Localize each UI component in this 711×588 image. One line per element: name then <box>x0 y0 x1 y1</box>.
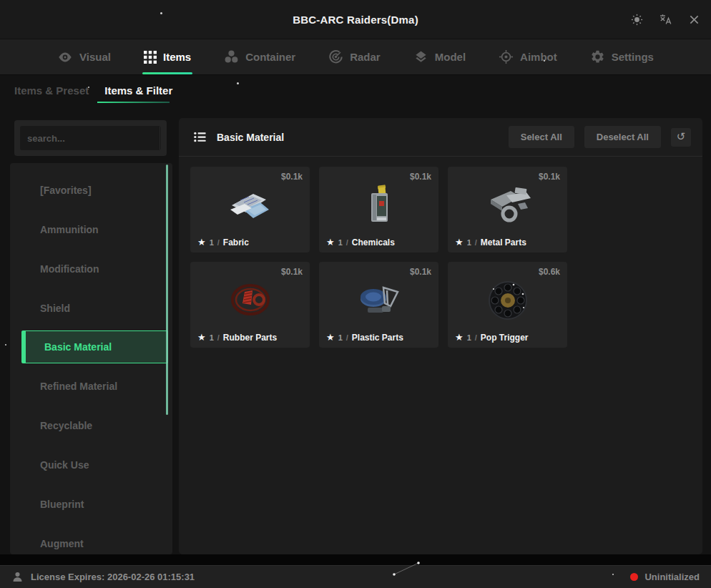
theme-toggle-button[interactable] <box>629 12 644 26</box>
sidebar-item-shield[interactable]: Shield <box>10 288 172 328</box>
titlebar: BBC-ARC Raiders(Dma) <box>0 0 711 39</box>
item-separator: / <box>346 238 348 247</box>
item-separator: / <box>217 238 220 247</box>
nav-tab-items[interactable]: Items <box>144 39 191 74</box>
panel-title: Basic Material <box>217 132 284 143</box>
item-name: Chemicals <box>352 237 395 248</box>
subtabs: Items & Preset Items & Filter <box>14 84 172 103</box>
star-icon[interactable]: ★ <box>326 332 335 343</box>
titlebar-actions <box>629 0 701 39</box>
item-card-chemicals[interactable]: $0.1k ★ 1 / Chemicals <box>319 167 438 253</box>
translate-icon <box>659 13 672 26</box>
sidebar-item-label: Refined Material <box>40 381 117 392</box>
crosshair-icon <box>499 49 514 64</box>
bottom-strip <box>0 554 711 565</box>
particle-dot <box>612 574 614 575</box>
language-button[interactable] <box>658 12 672 26</box>
sidebar-item-label: [Favorites] <box>40 185 92 196</box>
container-icon <box>224 49 239 64</box>
deselect-all-button[interactable]: Deselect All <box>584 126 661 148</box>
nav-tab-model[interactable]: Model <box>413 39 466 74</box>
subtab-items-preset[interactable]: Items & Preset <box>14 84 89 103</box>
item-price: $0.6k <box>539 267 560 277</box>
item-card-rubber-parts[interactable]: $0.1k ★ 1 / Rubber Parts <box>190 262 310 348</box>
item-count: 1 <box>210 238 214 247</box>
sidebar-item-augment[interactable]: Augment <box>10 524 172 554</box>
item-separator: / <box>217 333 220 342</box>
item-count: 1 <box>338 333 343 342</box>
undo-button[interactable]: ↺ <box>671 128 691 147</box>
sidebar-item-label: Blueprint <box>40 499 84 510</box>
star-icon[interactable]: ★ <box>197 237 206 248</box>
sidebar-item-refined-material[interactable]: Refined Material <box>10 366 172 406</box>
sidebar-item-ammunition[interactable]: Ammunition <box>10 210 172 249</box>
item-name: Metal Parts <box>481 237 526 248</box>
sidebar-item-label: Basic Material <box>44 341 112 353</box>
item-card-fabric[interactable]: $0.1k ★ 1 / Fabric <box>190 167 310 253</box>
item-price: $0.1k <box>410 267 431 277</box>
star-icon[interactable]: ★ <box>326 237 335 248</box>
item-price: $0.1k <box>281 172 303 182</box>
select-all-button[interactable]: Select All <box>509 126 574 148</box>
nav-tab-label: Items <box>163 51 191 63</box>
item-card-footer: ★ 1 / Fabric <box>197 237 249 248</box>
undo-icon: ↺ <box>677 132 686 142</box>
plastic-parts-image <box>319 276 438 322</box>
star-icon[interactable]: ★ <box>455 237 464 248</box>
item-card-pop-trigger[interactable]: $0.6k ★ 1 / Pop Trigger <box>448 262 567 348</box>
nav-tab-label: Settings <box>612 51 654 63</box>
star-icon[interactable]: ★ <box>455 332 464 343</box>
sidebar-item-favorites[interactable]: [Favorites] <box>10 170 172 210</box>
item-card-metal-parts[interactable]: $0.1k ★ 1 / Metal Parts <box>448 167 567 253</box>
sidebar-item-label: Recyclable <box>40 420 92 431</box>
item-card-footer: ★ 1 / Rubber Parts <box>197 332 277 343</box>
radar-icon <box>328 49 343 64</box>
header-actions: Select All Deselect All ↺ <box>509 126 691 148</box>
fabric-image <box>190 181 310 227</box>
search-button[interactable] <box>160 126 161 150</box>
sidebar-item-blueprint[interactable]: Blueprint <box>10 484 172 524</box>
sidebar-item-quick-use[interactable]: Quick Use <box>10 445 172 484</box>
search-container <box>14 120 167 156</box>
subtab-items-filter[interactable]: Items & Filter <box>104 84 172 103</box>
nav-tab-label: Aimbot <box>520 51 557 63</box>
item-card-footer: ★ 1 / Chemicals <box>326 237 395 248</box>
sidebar-item-recyclable[interactable]: Recyclable <box>10 406 172 445</box>
item-count: 1 <box>210 333 214 342</box>
rubber-parts-image <box>190 276 310 322</box>
nav-tab-visual[interactable]: Visual <box>57 39 111 74</box>
item-separator: / <box>346 333 348 342</box>
search-box <box>20 126 161 150</box>
list-icon <box>193 130 207 144</box>
nav-tab-radar[interactable]: Radar <box>328 39 381 74</box>
item-card-plastic-parts[interactable]: $0.1k ★ 1 / Plastic Parts <box>319 262 438 348</box>
sidebar-scrollbar[interactable] <box>166 165 168 415</box>
category-sidebar: [Favorites] Ammunition Modification Shie… <box>10 163 172 554</box>
nav-tab-settings[interactable]: Settings <box>590 39 654 74</box>
sidebar-item-basic-material[interactable]: Basic Material <box>21 330 168 363</box>
items-panel: Basic Material Select All Deselect All ↺… <box>179 118 702 554</box>
license-expiry: License Expires: 2026-02-26 01:15:31 <box>31 572 195 582</box>
layers-icon <box>413 49 428 64</box>
item-card-footer: ★ 1 / Plastic Parts <box>326 332 403 343</box>
star-icon[interactable]: ★ <box>197 332 206 343</box>
app-window: BBC-ARC Raiders(Dma) <box>0 0 711 588</box>
item-price: $0.1k <box>410 172 431 182</box>
item-price: $0.1k <box>281 267 303 277</box>
sidebar-item-label: Augment <box>40 538 84 549</box>
item-grid: $0.1k ★ 1 / Fabric $0.1k ★ <box>179 157 702 358</box>
item-count: 1 <box>338 238 343 247</box>
sidebar-item-label: Quick Use <box>40 459 89 471</box>
nav-tab-container[interactable]: Container <box>224 39 295 74</box>
item-price: $0.1k <box>539 172 560 182</box>
particle-dot <box>237 82 239 84</box>
item-separator: / <box>475 238 477 247</box>
search-input[interactable] <box>20 126 160 150</box>
close-icon <box>689 14 700 25</box>
sun-icon <box>631 14 643 26</box>
nav-tab-label: Model <box>435 51 466 63</box>
category-list: [Favorites] Ammunition Modification Shie… <box>10 163 172 554</box>
sidebar-item-modification[interactable]: Modification <box>10 249 172 288</box>
close-button[interactable] <box>687 12 701 26</box>
nav-tab-aimbot[interactable]: Aimbot <box>499 39 557 74</box>
